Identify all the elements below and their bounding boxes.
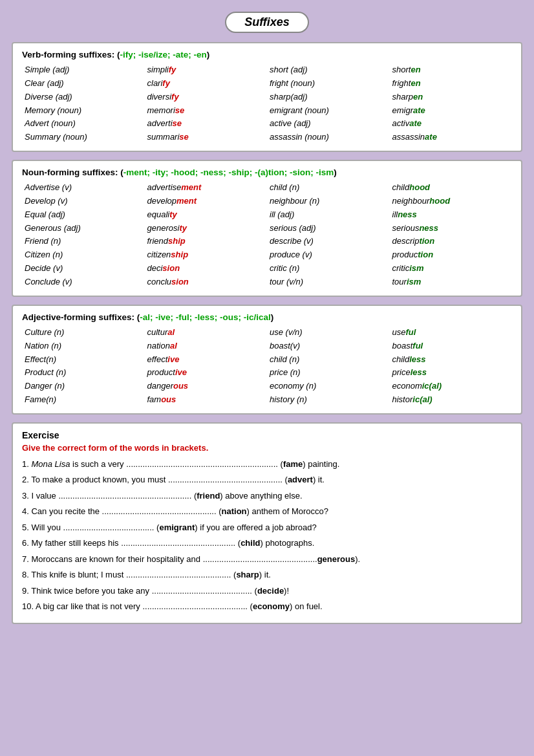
base-word-col1: Fame(n) [22,393,145,407]
exercise-instruction: Give the correct form of the words in br… [22,443,512,453]
derived-word-col1: simplify [145,63,268,77]
table-row: Citizen (n)citizenshipproduce (v)product… [22,248,512,262]
derived-word-col2: frighten [390,77,513,91]
exercise-title: Exercise [22,430,512,440]
table-row: Advert (noun)advertiseactive (adj)activa… [22,117,512,131]
table-row: Summary (noun)summariseassassin (noun)as… [22,131,512,144]
base-word-col1: Decide (v) [22,262,145,275]
exercise-text-end-10: ) on fuel. [290,601,323,611]
base-word-col1: Summary (noun) [22,131,145,144]
adjective-table: Culture (n)culturaluse (v/n)usefulNation… [22,326,512,407]
table-row: Culture (n)culturaluse (v/n)useful [22,326,512,340]
page-title: Suffixes [225,12,309,33]
derived-word-col1: equality [145,208,268,222]
verb-title-suffixes: -ify; -ise/ize; -ate; -en [120,50,207,59]
exercise-num-4: 4. [22,506,31,516]
table-row: Friend (n)friendshipdescribe (v)descript… [22,235,512,248]
base-word-col2: fright (noun) [267,77,390,91]
page-title-container: Suffixes [12,12,522,33]
exercise-bold-word-2: advert [288,475,313,484]
exercise-text-post-10: ( [248,601,253,611]
base-word-col2: serious (adj) [267,222,390,235]
exercise-num-7: 7. [22,554,31,564]
base-word-col1: Nation (n) [22,340,145,353]
derived-word-col2: priceless [390,366,513,380]
exercise-num-6: 6. [22,538,31,548]
table-row: Memory (noun)memoriseemigrant (noun)emig… [22,104,512,118]
table-row: Equal (adj)equalityill (adj)illness [22,208,512,222]
derived-word-col1: citizenship [145,248,268,262]
exercise-italic-1: Mona Lisa [31,459,70,469]
exercise-num-3: 3. [22,491,31,501]
derived-word-col2: childless [390,353,513,367]
exercise-text-pre-2: To make a product known, you must [31,475,168,484]
base-word-col1: Clear (adj) [22,77,145,91]
base-word-col1: Culture (n) [22,326,145,340]
noun-table: Advertise (v)advertisementchild (n)child… [22,181,512,289]
list-item: 5. Will you ............................… [22,521,512,534]
base-word-col2: active (adj) [267,117,390,131]
noun-title-end: ) [334,167,337,177]
table-row: Conclude (v)conclusiontour (v/n)tourism [22,275,512,289]
exercise-text-pre-4: Can you recite the [31,506,101,516]
base-word-col1: Danger (n) [22,380,145,393]
exercise-text-end-2: ) it. [313,475,325,484]
exercise-text-end-1: ) painting. [303,459,339,469]
derived-word-col1: decision [145,262,268,275]
exercise-text-end-9: )! [284,586,289,596]
derived-word-col2: assassinate [390,131,513,144]
table-row: Effect(n)effectivechild (n)childless [22,353,512,367]
exercise-list: 1. Mona Lisa is such a very ............… [22,458,512,613]
table-row: Advertise (v)advertisementchild (n)child… [22,181,512,195]
base-word-col1: Advert (noun) [22,117,145,131]
exercise-text-end-4: ) anthem of Morocco? [247,506,328,516]
base-word-col2: price (n) [267,366,390,380]
base-word-col2: history (n) [267,393,390,407]
derived-word-col2: historic(al) [390,393,513,407]
exercise-dots-6: ........................................… [121,538,235,548]
derived-word-col1: conclusion [145,275,268,289]
base-word-col2: economy (n) [267,380,390,393]
exercise-text-pre-8: This knife is blunt; I must [31,570,126,579]
exercise-text-post-1: ( [278,459,283,469]
derived-word-col2: seriousness [390,222,513,235]
exercise-dots-10: ........................................… [142,601,248,611]
list-item: 10. A big car like that is not very ....… [22,600,512,613]
exercise-bold-word-4: nation [222,506,247,516]
derived-word-col2: useful [390,326,513,340]
base-word-col1: Equal (adj) [22,208,145,222]
exercise-text-end-6: ) photographs. [260,538,314,548]
exercise-num-10: 10. [22,601,36,611]
list-item: 8. This knife is blunt; I must .........… [22,568,512,581]
derived-word-col2: boastful [390,340,513,353]
table-row: Simple (adj)simplifyshort (adj)shorten [22,63,512,77]
exercise-text-pre-7: Moroccans are known for their hospitalit… [31,554,202,564]
list-item: 4. Can you recite the ..................… [22,505,512,518]
base-word-col1: Diverse (adj) [22,91,145,104]
table-row: Generous (adj)generosityserious (adj)ser… [22,222,512,235]
exercise-num-1: 1. [22,459,31,469]
derived-word-col2: neighbourhood [390,195,513,208]
derived-word-col1: advertisement [145,181,268,195]
exercise-text-pre-10: A big car like that is not very [36,601,142,611]
table-row: Product (n)productiveprice (n)priceless [22,366,512,380]
derived-word-col1: productive [145,366,268,380]
exercise-num-2: 2. [22,475,31,484]
exercise-text-pre-9: Think twice before you take any [31,586,151,596]
derived-word-col1: dangerous [145,380,268,393]
exercise-bold-word-7: generous [317,554,356,564]
verb-section: Verb-forming suffixes: (-ify; -ise/ize; … [12,42,522,152]
base-word-col2: assassin (noun) [267,131,390,144]
base-word-col1: Memory (noun) [22,104,145,118]
base-word-col2: critic (n) [267,262,390,275]
exercise-text-pre-5: Will you [31,523,63,532]
base-word-col2: boast(v) [267,340,390,353]
exercise-text-mid-1: is such a very [70,459,126,469]
exercise-text-end-3: ) above anything else. [220,491,302,501]
base-word-col2: produce (v) [267,248,390,262]
base-word-col2: use (v/n) [267,326,390,340]
exercise-text-post-2: ( [283,475,288,484]
list-item: 7. Moroccans are known for their hospita… [22,553,512,566]
derived-word-col2: criticism [390,262,513,275]
base-word-col2: short (adj) [267,63,390,77]
